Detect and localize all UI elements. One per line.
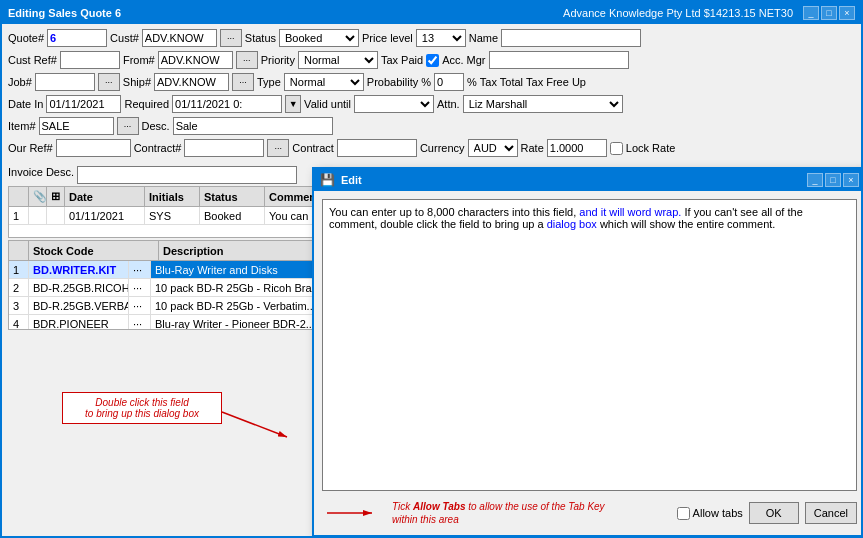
datein-label: Date In (8, 98, 43, 110)
contract-input[interactable] (337, 139, 417, 157)
allow-tabs-checkbox[interactable] (677, 507, 690, 520)
cust-label: Cust# (110, 32, 139, 44)
accmgr-label: Acc. Mgr (442, 54, 485, 66)
currency-select[interactable]: AUD (468, 139, 518, 157)
dialog-footer-right: Allow tabs OK Cancel (677, 502, 857, 524)
status-select[interactable]: Booked (279, 29, 359, 47)
main-window: Editing Sales Quote 6 Advance Knowledge … (0, 0, 863, 538)
job-label: Job# (8, 76, 32, 88)
cust-input[interactable] (142, 29, 217, 47)
dialog-title-bar: 💾 Edit _ □ × (314, 169, 863, 191)
dialog-textarea[interactable]: You can enter up to 8,000 characters int… (322, 199, 857, 491)
datein-input[interactable] (46, 95, 121, 113)
cust-dots-btn[interactable]: ··· (220, 29, 242, 47)
rate-input[interactable] (547, 139, 607, 157)
allow-tabs-note: Tick Allow Tabs to allow the use of the … (392, 500, 612, 526)
contract-label: Contract (292, 142, 334, 154)
items-cell-code-2: BD-R.25GB.RICOH (29, 279, 129, 296)
contract-hash-label: Contract# (134, 142, 182, 154)
lockrate-checkbox[interactable] (610, 142, 623, 155)
form-area: Quote# Cust# ··· Status Booked Price lev… (2, 24, 861, 164)
item-dots-btn[interactable]: ··· (117, 117, 139, 135)
priority-select[interactable]: Normal (298, 51, 378, 69)
items-cell-dots-2: ··· (129, 279, 151, 296)
form-row-6: Our Ref# Contract# ··· Contract Currency… (8, 138, 855, 158)
name-input[interactable] (501, 29, 641, 47)
name-label: Name (469, 32, 498, 44)
taxpaid-label: Tax Paid (381, 54, 423, 66)
dialog-title: Edit (341, 174, 362, 186)
contract-hash-input[interactable] (184, 139, 264, 157)
ship-input[interactable] (154, 73, 229, 91)
custref-label: Cust Ref# (8, 54, 57, 66)
comments-col-flag: ⊞ (47, 187, 65, 206)
required-input[interactable] (172, 95, 282, 113)
ourref-input[interactable] (56, 139, 131, 157)
type-select[interactable]: Normal (284, 73, 364, 91)
items-cell-dots-1: ··· (129, 261, 151, 278)
edit-dialog[interactable]: 💾 Edit _ □ × You can enter up to 8,000 c… (312, 167, 863, 537)
main-minimize-btn[interactable]: _ (803, 6, 819, 20)
comments-cell-initials: SYS (145, 207, 200, 224)
from-label: From# (123, 54, 155, 66)
dialog-close-btn[interactable]: × (843, 173, 859, 187)
comments-col-attach: 📎 (29, 187, 47, 206)
comments-col-date: Date (65, 187, 145, 206)
invoice-input[interactable] (77, 166, 297, 184)
main-title-bar: Editing Sales Quote 6 Advance Knowledge … (2, 2, 861, 24)
taxpaid-checkbox[interactable] (426, 54, 439, 67)
ship-dots-btn[interactable]: ··· (232, 73, 254, 91)
comments-cell-flag (47, 207, 65, 224)
comments-cell-date: 01/11/2021 (65, 207, 145, 224)
type-label: Type (257, 76, 281, 88)
comments-col-initials: Initials (145, 187, 200, 206)
allow-tabs-label[interactable]: Allow tabs (677, 507, 743, 520)
dialog-ok-btn[interactable]: OK (749, 502, 799, 524)
comments-col-status: Status (200, 187, 265, 206)
company-info: Advance Knowledge Pty Ltd $14213.15 NET3… (563, 7, 793, 19)
prob-input[interactable] (434, 73, 464, 91)
items-cell-dots-3: ··· (129, 297, 151, 314)
from-input[interactable] (158, 51, 233, 69)
accmgr-input[interactable] (489, 51, 629, 69)
allow-tabs-text: Allow tabs (693, 507, 743, 519)
items-cell-code-3: BD-R.25GB.VERBATIM (29, 297, 129, 314)
dialog-minimize-btn[interactable]: _ (807, 173, 823, 187)
items-col-code: Stock Code (29, 241, 159, 260)
dialog-text-1: You can enter up to 8,000 characters int… (329, 206, 579, 218)
items-cell-num-4: 4 (9, 315, 29, 330)
form-row-3: Job# ··· Ship# ··· Type Normal Probabili… (8, 72, 855, 92)
ship-label: Ship# (123, 76, 151, 88)
ourref-label: Our Ref# (8, 142, 53, 154)
validuntil-label: Valid until (304, 98, 351, 110)
items-cell-num-1: 1 (9, 261, 29, 278)
quote-input[interactable] (47, 29, 107, 47)
item-input[interactable] (39, 117, 114, 135)
dialog-footer-left: Tick Allow Tabs to allow the use of the … (322, 500, 612, 526)
main-restore-btn[interactable]: □ (821, 6, 837, 20)
dialog-footer: Tick Allow Tabs to allow the use of the … (322, 499, 857, 527)
dialog-text-blue-2: dialog box (547, 218, 597, 230)
dialog-restore-btn[interactable]: □ (825, 173, 841, 187)
form-row-2: Cust Ref# From# ··· Priority Normal Tax … (8, 50, 855, 70)
items-cell-num-2: 2 (9, 279, 29, 296)
required-dropdown-btn[interactable]: ▼ (285, 95, 301, 113)
contract-dots-btn[interactable]: ··· (267, 139, 289, 157)
price-level-select[interactable]: 13 (416, 29, 466, 47)
svg-line-1 (222, 412, 287, 437)
job-input[interactable] (35, 73, 95, 91)
desc-input[interactable] (173, 117, 333, 135)
prob-label: Probability % (367, 76, 431, 88)
job-dots-btn[interactable]: ··· (98, 73, 120, 91)
dialog-cancel-btn[interactable]: Cancel (805, 502, 857, 524)
main-title: Editing Sales Quote 6 (8, 7, 121, 19)
main-close-btn[interactable]: × (839, 6, 855, 20)
allow-tabs-arrow (322, 503, 382, 523)
taxfreeup-value: Tax Free Up (526, 76, 656, 88)
attn-select[interactable]: Liz Marshall (463, 95, 623, 113)
rate-label: Rate (521, 142, 544, 154)
dialog-text-blue-1: and it will word wrap. (579, 206, 681, 218)
custref-input[interactable] (60, 51, 120, 69)
from-dots-btn[interactable]: ··· (236, 51, 258, 69)
validuntil-select[interactable] (354, 95, 434, 113)
